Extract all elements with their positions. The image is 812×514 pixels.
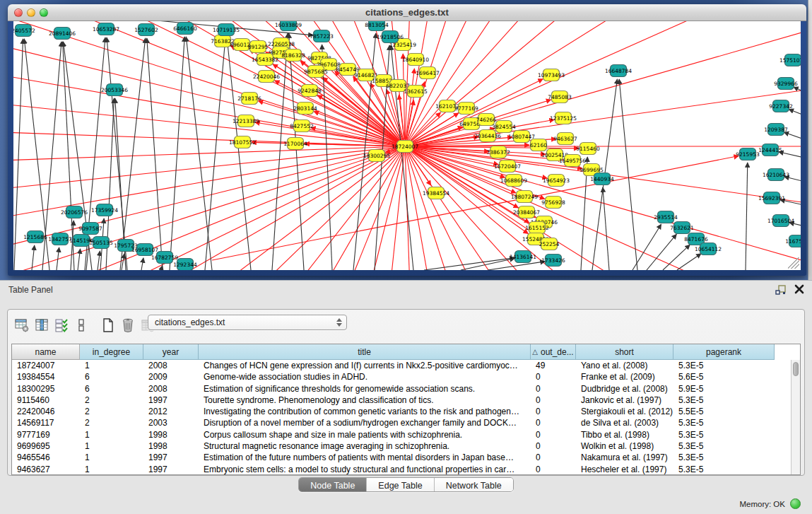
table-cell[interactable]: Franke et al. (2009) — [576, 371, 673, 382]
table-cell[interactable]: 2008 — [143, 360, 199, 371]
table-cell[interactable]: 2012 — [143, 406, 199, 417]
graph-edge[interactable] — [746, 163, 748, 270]
table-row[interactable]: 969969511998Structural magnetic resonanc… — [12, 440, 800, 452]
column-header-name[interactable]: name — [12, 344, 80, 360]
table-cell[interactable]: Yano et al. (2008) — [576, 360, 673, 371]
column-header-short[interactable]: short — [576, 344, 673, 360]
tab-node-table[interactable]: Node Table — [299, 478, 367, 492]
table-cell[interactable]: 1997 — [143, 395, 199, 406]
new-column-icon[interactable] — [100, 316, 117, 334]
graph-edge[interactable] — [14, 39, 23, 270]
table-cell[interactable]: Investigating the contribution of common… — [199, 406, 531, 417]
table-cell[interactable]: 2003 — [143, 417, 199, 428]
table-cell[interactable]: Dudbridge et al. (2008) — [576, 383, 673, 395]
graph-edge[interactable] — [789, 109, 801, 122]
table-cell[interactable]: 0 — [531, 406, 576, 417]
column-header-out_de[interactable]: △out_de... — [531, 344, 576, 360]
table-cell[interactable]: 2009 — [143, 371, 199, 382]
graph-edge[interactable] — [619, 79, 637, 270]
graph-edge[interactable] — [317, 95, 399, 143]
table-cell[interactable]: 5.5E-5 — [673, 406, 775, 417]
memory-status-indicator-icon[interactable] — [790, 498, 801, 509]
table-cell[interactable]: 19384554 — [12, 371, 80, 382]
table-cell[interactable]: 9463627 — [12, 464, 80, 475]
table-cell[interactable]: 1 — [80, 464, 143, 475]
table-cell[interactable]: 5.3E-5 — [673, 464, 775, 475]
table-cell[interactable]: 6 — [80, 383, 143, 395]
table-cell[interactable]: 5.6E-5 — [673, 371, 775, 382]
graph-edge[interactable] — [405, 146, 565, 270]
graph-edge[interactable] — [784, 132, 801, 145]
table-cell[interactable]: 14569117 — [12, 417, 80, 428]
table-cell[interactable]: Corpus callosum shape and size in male p… — [199, 429, 531, 440]
table-row[interactable]: 946554611997Estimation of the future num… — [12, 452, 800, 463]
table-cell[interactable]: Disruption of a novel member of a sodium… — [199, 417, 531, 428]
table-row[interactable]: 1830029562008Estimation of significance … — [12, 383, 800, 395]
table-row[interactable]: 946362711997Embryonic stem cells: a mode… — [12, 464, 800, 475]
table-cell[interactable]: 0 — [531, 371, 576, 382]
table-cell[interactable]: 5.3E-5 — [673, 452, 775, 463]
graph-edge[interactable] — [212, 156, 739, 260]
table-cell[interactable]: Embryonic stem cells: a model to study s… — [199, 464, 531, 475]
table-cell[interactable]: 1 — [80, 452, 143, 463]
table-row[interactable]: 911546021997Tourette syndrome. Phenomeno… — [12, 395, 800, 406]
graph-edge[interactable] — [227, 38, 251, 270]
graph-edge[interactable] — [403, 54, 405, 139]
table-cell[interactable]: de Silva et al. (2003) — [576, 417, 673, 428]
table-mode-icon[interactable] — [13, 316, 30, 334]
column-header-in_degree[interactable]: in_degree — [80, 344, 143, 360]
table-cell[interactable]: 2 — [80, 406, 143, 417]
graph-edge[interactable] — [603, 187, 609, 270]
column-header-pagerank[interactable]: pagerank — [673, 344, 775, 360]
table-cell[interactable]: 9465546 — [12, 452, 80, 463]
table-cell[interactable]: Tibbo et al. (1998) — [576, 429, 673, 440]
float-panel-icon[interactable] — [775, 284, 787, 296]
graph-edge[interactable] — [800, 64, 801, 76]
column-header-title[interactable]: title — [199, 344, 531, 360]
column-visibility-icon[interactable] — [33, 316, 50, 334]
table-vertical-scrollbar[interactable] — [791, 360, 800, 474]
graph-edge[interactable] — [147, 38, 163, 270]
resize-grip-icon[interactable] — [788, 257, 799, 269]
table-cell[interactable]: 0 — [531, 464, 576, 475]
table-cell[interactable]: 2008 — [143, 383, 199, 395]
graph-edge[interactable] — [632, 224, 661, 270]
table-cell[interactable]: 9777169 — [12, 429, 80, 440]
graph-edge[interactable] — [141, 258, 143, 270]
network-canvas[interactable]: 1872400771638228960128891295222605389827… — [13, 21, 801, 270]
column-select-check-icon[interactable] — [53, 316, 70, 334]
table-cell[interactable]: 2 — [80, 395, 143, 406]
table-cell[interactable]: 5.3E-5 — [673, 360, 775, 371]
table-cell[interactable]: 0 — [531, 429, 576, 440]
network-window-titlebar[interactable]: citations_edges.txt — [8, 4, 806, 21]
table-cell[interactable]: 1998 — [143, 440, 199, 452]
table-cell[interactable]: 5.3E-5 — [673, 440, 775, 452]
graph-edge[interactable] — [13, 115, 405, 146]
table-cell[interactable]: Genome-wide association studies in ADHD. — [199, 371, 531, 382]
tab-network-table[interactable]: Network Table — [435, 478, 513, 492]
table-cell[interactable]: 1 — [80, 429, 143, 440]
table-cell[interactable]: 0 — [531, 395, 576, 406]
table-cell[interactable]: 6 — [80, 371, 143, 382]
table-cell[interactable]: 18300295 — [12, 383, 80, 395]
table-cell[interactable]: 5.3E-5 — [673, 429, 775, 440]
graph-edge[interactable] — [13, 146, 405, 178]
table-cell[interactable]: 1997 — [143, 464, 199, 475]
table-cell[interactable]: 49 — [531, 360, 576, 371]
graph-edge[interactable] — [32, 245, 35, 270]
table-cell[interactable]: 1998 — [143, 429, 199, 440]
table-cell[interactable]: Nakamura et al. (1997) — [576, 452, 673, 463]
graph-edge[interactable] — [794, 87, 801, 99]
scrollbar-thumb[interactable] — [793, 362, 799, 376]
table-row[interactable]: 1872400712008Changes of HCN gene express… — [12, 360, 800, 371]
cell-view-icon[interactable] — [73, 316, 90, 334]
graph-edge[interactable] — [322, 45, 332, 270]
table-cell[interactable]: 1 — [80, 440, 143, 452]
graph-edge[interactable] — [183, 146, 405, 270]
table-cell[interactable]: 5.3E-5 — [673, 417, 775, 428]
table-cell[interactable]: Jankovic et al. (1997) — [576, 395, 673, 406]
graph-edge[interactable] — [663, 245, 690, 270]
graph-edge[interactable] — [779, 152, 801, 161]
table-cell[interactable]: Changes of HCN gene expression and I(f) … — [199, 360, 531, 371]
graph-edge[interactable] — [170, 37, 184, 270]
